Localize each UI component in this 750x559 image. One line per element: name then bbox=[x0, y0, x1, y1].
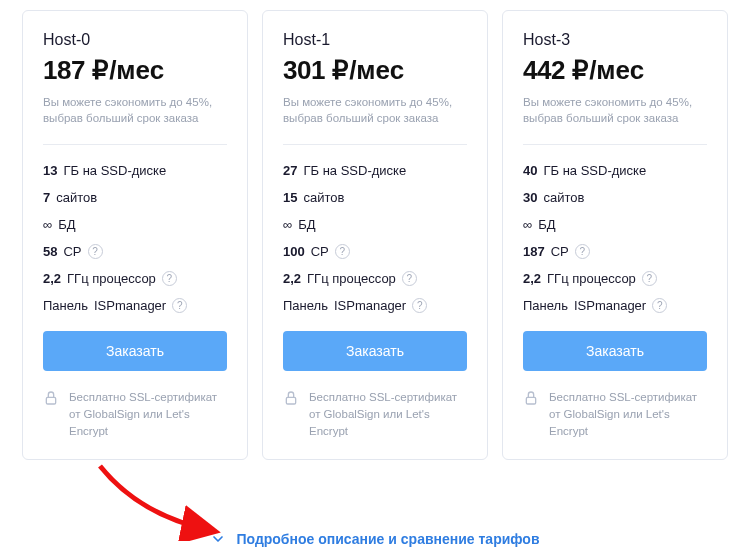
spec-cpu: 2,2 ГГц процессор ? bbox=[43, 271, 227, 286]
order-button[interactable]: Заказать bbox=[43, 331, 227, 371]
spec-ssd: 40 ГБ на SSD-диске bbox=[523, 163, 707, 178]
help-icon[interactable]: ? bbox=[162, 271, 177, 286]
savings-note: Вы можете сэкономить до 45%, выбрав боль… bbox=[43, 94, 227, 126]
order-button[interactable]: Заказать bbox=[283, 331, 467, 371]
savings-note: Вы можете сэкономить до 45%, выбрав боль… bbox=[523, 94, 707, 126]
help-icon[interactable]: ? bbox=[412, 298, 427, 313]
spec-panel: Панель ISPmanager ? bbox=[523, 298, 707, 313]
ssl-note: Бесплатно SSL-сертификат от GlobalSign и… bbox=[43, 389, 227, 439]
spec-ssd: 27 ГБ на SSD-диске bbox=[283, 163, 467, 178]
spec-db: ∞ БД bbox=[283, 217, 467, 232]
help-icon[interactable]: ? bbox=[88, 244, 103, 259]
compare-link-text: Подробное описание и сравнение тарифов bbox=[236, 531, 539, 547]
spec-panel: Панель ISPmanager ? bbox=[283, 298, 467, 313]
divider bbox=[43, 144, 227, 145]
spec-db: ∞ БД bbox=[43, 217, 227, 232]
lock-icon bbox=[523, 390, 539, 406]
ssl-note: Бесплатно SSL-сертификат от GlobalSign и… bbox=[523, 389, 707, 439]
plan-card-host-1: Host-1 301 ₽/мес Вы можете сэкономить до… bbox=[262, 10, 488, 460]
spec-cpu: 2,2 ГГц процессор ? bbox=[283, 271, 467, 286]
ssl-note: Бесплатно SSL-сертификат от GlobalSign и… bbox=[283, 389, 467, 439]
lock-icon bbox=[283, 390, 299, 406]
spec-cp: 100 CP ? bbox=[283, 244, 467, 259]
divider bbox=[523, 144, 707, 145]
plan-name: Host-3 bbox=[523, 31, 707, 49]
divider bbox=[283, 144, 467, 145]
pricing-cards-row: Host-0 187 ₽/мес Вы можете сэкономить до… bbox=[0, 0, 750, 460]
plan-card-host-3: Host-3 442 ₽/мес Вы можете сэкономить до… bbox=[502, 10, 728, 460]
compare-toggle[interactable]: Подробное описание и сравнение тарифов bbox=[0, 531, 750, 547]
svg-rect-1 bbox=[286, 398, 295, 405]
svg-rect-2 bbox=[526, 398, 535, 405]
annotation-arrow-icon bbox=[95, 461, 225, 541]
lock-icon bbox=[43, 390, 59, 406]
plan-name: Host-0 bbox=[43, 31, 227, 49]
plan-price: 301 ₽/мес bbox=[283, 55, 467, 86]
spec-cpu: 2,2 ГГц процессор ? bbox=[523, 271, 707, 286]
help-icon[interactable]: ? bbox=[575, 244, 590, 259]
help-icon[interactable]: ? bbox=[652, 298, 667, 313]
spec-db: ∞ БД bbox=[523, 217, 707, 232]
plan-price: 442 ₽/мес bbox=[523, 55, 707, 86]
help-icon[interactable]: ? bbox=[402, 271, 417, 286]
spec-cp: 58 CP ? bbox=[43, 244, 227, 259]
spec-panel: Панель ISPmanager ? bbox=[43, 298, 227, 313]
help-icon[interactable]: ? bbox=[172, 298, 187, 313]
plan-price: 187 ₽/мес bbox=[43, 55, 227, 86]
spec-sites: 30 сайтов bbox=[523, 190, 707, 205]
spec-sites: 7 сайтов bbox=[43, 190, 227, 205]
order-button[interactable]: Заказать bbox=[523, 331, 707, 371]
plan-card-host-0: Host-0 187 ₽/мес Вы можете сэкономить до… bbox=[22, 10, 248, 460]
spec-cp: 187 CP ? bbox=[523, 244, 707, 259]
chevron-down-icon bbox=[210, 531, 226, 547]
spec-ssd: 13 ГБ на SSD-диске bbox=[43, 163, 227, 178]
savings-note: Вы можете сэкономить до 45%, выбрав боль… bbox=[283, 94, 467, 126]
svg-rect-0 bbox=[46, 398, 55, 405]
help-icon[interactable]: ? bbox=[335, 244, 350, 259]
spec-sites: 15 сайтов bbox=[283, 190, 467, 205]
help-icon[interactable]: ? bbox=[642, 271, 657, 286]
plan-name: Host-1 bbox=[283, 31, 467, 49]
